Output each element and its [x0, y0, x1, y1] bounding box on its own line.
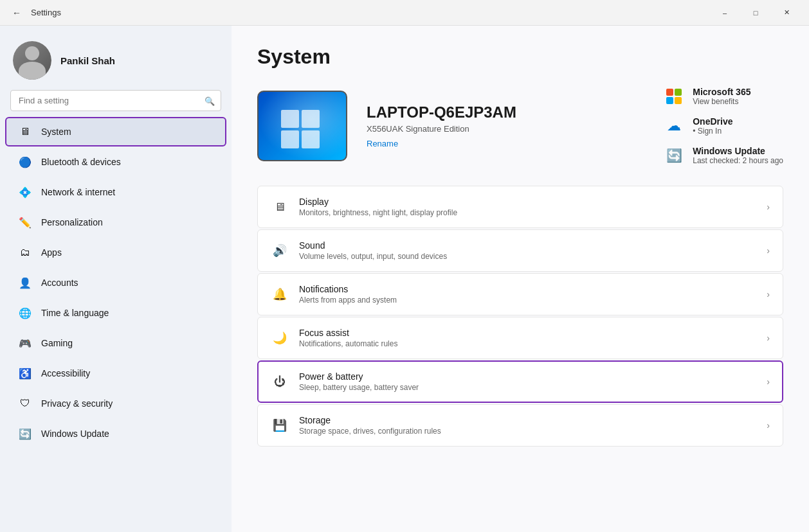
power-text: Power & battery Sleep, battery usage, ba…: [299, 371, 756, 392]
device-info: LAPTOP-Q6EJP3AM X556UAK Signature Editio…: [367, 103, 516, 149]
sidebar-label-accessibility: Accessibility: [41, 368, 90, 378]
onedrive-icon: ☁: [662, 114, 686, 138]
sidebar: Pankil Shah 🔍 🖥 System 🔵 Bluetooth & dev…: [0, 26, 232, 532]
focus-chevron: ›: [767, 333, 770, 343]
settings-item-sound[interactable]: 🔊 Sound Volume levels, output, input, so…: [257, 229, 783, 272]
sidebar-item-apps[interactable]: 🗂 Apps: [5, 238, 226, 267]
sound-title: Sound: [299, 240, 756, 251]
ms365-title: Microsoft 365: [693, 87, 750, 97]
sidebar-label-personalization: Personalization: [41, 217, 103, 227]
system-icon: 🖥: [18, 125, 32, 139]
display-text: Display Monitors, brightness, night ligh…: [299, 197, 756, 217]
focus-icon: 🌙: [271, 329, 289, 347]
sidebar-item-system[interactable]: 🖥 System: [5, 117, 226, 146]
accessibility-icon: ♿: [18, 366, 32, 380]
sidebar-item-bluetooth[interactable]: 🔵 Bluetooth & devices: [5, 147, 226, 177]
notifications-icon: 🔔: [271, 285, 289, 303]
window-controls: – □ ✕: [710, 3, 801, 23]
sidebar-item-network[interactable]: 💠 Network & internet: [5, 177, 226, 207]
storage-chevron: ›: [767, 420, 770, 430]
display-title: Display: [299, 197, 756, 207]
gaming-icon: 🎮: [18, 336, 32, 350]
app-body: Pankil Shah 🔍 🖥 System 🔵 Bluetooth & dev…: [0, 26, 809, 532]
winupdate-icon: 🔄: [662, 143, 686, 168]
settings-item-display[interactable]: 🖥 Display Monitors, brightness, night li…: [257, 186, 783, 228]
sidebar-item-time[interactable]: 🌐 Time & language: [5, 298, 226, 328]
network-icon: 💠: [18, 185, 32, 199]
user-name: Pankil Shah: [60, 55, 115, 66]
time-icon: 🌐: [18, 306, 32, 320]
power-icon: ⏻: [271, 373, 289, 391]
winupdate-link[interactable]: 🔄 Windows Update Last checked: 2 hours a…: [662, 143, 783, 168]
svg-rect-2: [281, 130, 299, 148]
maximize-button[interactable]: □: [741, 3, 770, 23]
display-desc: Monitors, brightness, night light, displ…: [299, 208, 756, 217]
storage-title: Storage: [299, 415, 756, 425]
search-icon: 🔍: [205, 96, 215, 105]
main-content: System LAPTOP-Q6EJP3AM X556UAK Signature…: [232, 26, 809, 532]
display-chevron: ›: [767, 202, 770, 212]
sidebar-item-accessibility[interactable]: ♿ Accessibility: [5, 359, 226, 388]
onedrive-subtitle: • Sign In: [693, 127, 732, 136]
privacy-icon: 🛡: [18, 396, 32, 411]
winupdate-title: Windows Update: [693, 146, 783, 156]
bluetooth-icon: 🔵: [18, 155, 32, 169]
svg-rect-1: [302, 110, 320, 128]
onedrive-title: OneDrive: [693, 116, 732, 127]
sound-chevron: ›: [767, 245, 770, 256]
winupdate-subtitle: Last checked: 2 hours ago: [693, 156, 783, 165]
sidebar-item-privacy[interactable]: 🛡 Privacy & security: [5, 389, 226, 418]
nav-list: 🖥 System 🔵 Bluetooth & devices 💠 Network…: [0, 116, 232, 449]
onedrive-link[interactable]: ☁ OneDrive • Sign In: [662, 114, 783, 138]
quick-links: Microsoft 365 View benefits ☁ OneDrive •…: [662, 84, 783, 168]
apps-icon: 🗂: [18, 245, 32, 260]
sidebar-label-bluetooth: Bluetooth & devices: [41, 157, 121, 167]
sidebar-item-personalization[interactable]: ✏️ Personalization: [5, 208, 226, 237]
sound-icon: 🔊: [271, 242, 289, 260]
settings-item-notifications[interactable]: 🔔 Notifications Alerts from apps and sys…: [257, 273, 783, 315]
rename-link[interactable]: Rename: [367, 139, 398, 148]
display-icon: 🖥: [271, 198, 289, 216]
storage-icon: 💾: [271, 416, 289, 434]
back-button[interactable]: ←: [8, 4, 26, 22]
device-image: [257, 91, 347, 161]
sidebar-item-accounts[interactable]: 👤 Accounts: [5, 268, 226, 297]
avatar: [13, 41, 51, 80]
winupdate-text: Windows Update Last checked: 2 hours ago: [693, 146, 783, 165]
device-name: LAPTOP-Q6EJP3AM: [367, 103, 516, 121]
sound-text: Sound Volume levels, output, input, soun…: [299, 240, 756, 261]
sidebar-label-accounts: Accounts: [41, 278, 78, 288]
sidebar-label-apps: Apps: [41, 247, 62, 258]
page-title: System: [257, 45, 783, 69]
settings-item-focus[interactable]: 🌙 Focus assist Notifications, automatic …: [257, 317, 783, 359]
power-chevron: ›: [767, 377, 770, 387]
user-section: Pankil Shah: [0, 36, 232, 90]
ms365-link[interactable]: Microsoft 365 View benefits: [662, 84, 783, 109]
close-button[interactable]: ✕: [772, 3, 801, 23]
notifications-chevron: ›: [767, 289, 770, 299]
settings-item-power[interactable]: ⏻ Power & battery Sleep, battery usage, …: [257, 360, 783, 403]
device-subtitle: X556UAK Signature Edition: [367, 124, 516, 134]
search-input[interactable]: [10, 90, 221, 111]
storage-text: Storage Storage space, drives, configura…: [299, 415, 756, 436]
ms365-subtitle: View benefits: [693, 97, 750, 106]
notifications-title: Notifications: [299, 284, 756, 294]
titlebar: ← Settings – □ ✕: [0, 0, 809, 26]
sidebar-label-network: Network & internet: [41, 187, 115, 197]
ms365-text: Microsoft 365 View benefits: [693, 87, 750, 106]
sidebar-item-update[interactable]: 🔄 Windows Update: [5, 419, 226, 448]
update-icon: 🔄: [18, 427, 32, 441]
storage-desc: Storage space, drives, configuration rul…: [299, 427, 756, 436]
settings-item-storage[interactable]: 💾 Storage Storage space, drives, configu…: [257, 404, 783, 447]
onedrive-text: OneDrive • Sign In: [693, 116, 732, 136]
sidebar-item-gaming[interactable]: 🎮 Gaming: [5, 328, 226, 358]
minimize-button[interactable]: –: [710, 3, 740, 23]
sidebar-label-privacy: Privacy & security: [41, 398, 113, 409]
ms365-icon: [662, 84, 686, 109]
sidebar-label-time: Time & language: [41, 308, 109, 318]
settings-list: 🖥 Display Monitors, brightness, night li…: [257, 186, 783, 447]
power-title: Power & battery: [299, 371, 756, 382]
power-desc: Sleep, battery usage, battery saver: [299, 383, 756, 392]
accounts-icon: 👤: [18, 276, 32, 290]
focus-text: Focus assist Notifications, automatic ru…: [299, 328, 756, 348]
